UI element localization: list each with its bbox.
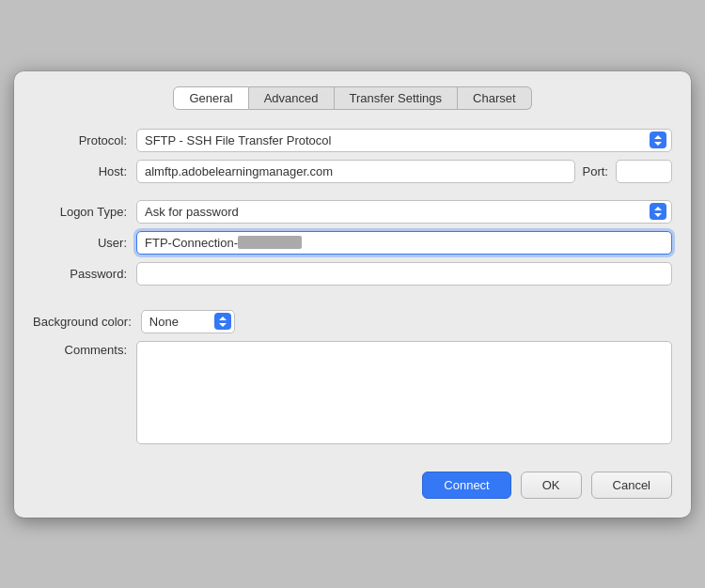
tab-advanced[interactable]: Advanced	[249, 86, 335, 110]
comments-row: Comments:	[33, 341, 672, 447]
comments-textarea[interactable]	[136, 341, 672, 444]
tab-general[interactable]: General	[173, 86, 248, 110]
password-row: Password:	[33, 262, 672, 286]
user-blurred-text: XXXXXXX	[238, 236, 302, 249]
user-input-wrap: FTP-Connection-XXXXXXX	[136, 231, 672, 255]
tab-transfer-settings[interactable]: Transfer Settings	[335, 86, 459, 110]
bg-color-select-area: None	[141, 310, 235, 333]
protocol-select-wrap: SFTP - SSH File Transfer Protocol	[136, 129, 672, 152]
logon-type-row: Logon Type: Ask for password	[33, 200, 672, 224]
tab-bar: General Advanced Transfer Settings Chars…	[33, 86, 672, 110]
ok-button[interactable]: OK	[521, 472, 582, 499]
password-input[interactable]	[136, 262, 672, 286]
comments-label: Comments:	[33, 341, 136, 357]
password-label: Password:	[33, 267, 136, 281]
port-label: Port:	[583, 164, 608, 178]
bg-color-label: Background color:	[33, 315, 141, 329]
user-label: User:	[33, 236, 136, 250]
cancel-button[interactable]: Cancel	[591, 472, 672, 499]
host-row: Host: Port:	[33, 160, 672, 183]
button-row: Connect OK Cancel	[33, 472, 672, 499]
user-input-display[interactable]: FTP-Connection-XXXXXXX	[136, 231, 672, 255]
host-input-wrap	[136, 160, 575, 183]
user-text: FTP-Connection-	[145, 236, 238, 250]
logon-type-select-wrap: Ask for password	[136, 200, 672, 224]
dialog: General Advanced Transfer Settings Chars…	[14, 71, 691, 518]
protocol-label: Protocol:	[33, 133, 136, 147]
host-input[interactable]	[136, 160, 575, 183]
protocol-select[interactable]: SFTP - SSH File Transfer Protocol	[136, 129, 672, 152]
tab-charset[interactable]: Charset	[458, 86, 532, 110]
protocol-row: Protocol: SFTP - SSH File Transfer Proto…	[33, 129, 672, 152]
bg-color-row: Background color: None	[33, 310, 672, 333]
connect-button[interactable]: Connect	[422, 472, 510, 499]
user-row: User: FTP-Connection-XXXXXXX	[33, 231, 672, 255]
port-input[interactable]	[616, 160, 672, 183]
comments-wrap	[136, 341, 672, 447]
bg-select-wrap: None	[141, 310, 235, 333]
bg-color-select[interactable]: None	[141, 310, 235, 333]
form-area: Protocol: SFTP - SSH File Transfer Proto…	[33, 125, 672, 455]
host-label: Host:	[33, 164, 136, 178]
logon-type-label: Logon Type:	[33, 205, 136, 219]
logon-type-select[interactable]: Ask for password	[136, 200, 672, 224]
password-input-wrap	[136, 262, 672, 286]
